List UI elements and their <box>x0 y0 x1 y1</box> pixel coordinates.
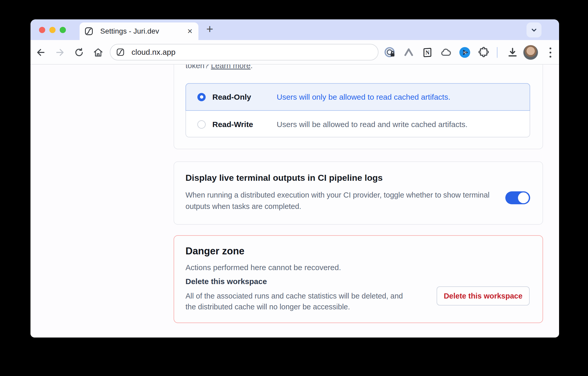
danger-zone-card: Danger zone Actions performed here canno… <box>174 235 543 323</box>
home-icon <box>93 47 104 58</box>
token-scope-radio-group: Read-Only Users will only be allowed to … <box>185 83 530 137</box>
extensions-button[interactable] <box>477 46 490 59</box>
toolbar-divider <box>497 47 498 58</box>
radio-option-label: Read-Only <box>212 93 268 101</box>
radio-selected-icon[interactable] <box>197 93 206 101</box>
radio-option-label: Read-Write <box>212 120 268 129</box>
tab-favicon-nx-icon <box>84 27 94 36</box>
reload-button[interactable] <box>73 46 85 59</box>
danger-zone-title: Danger zone <box>185 246 244 257</box>
window-minimize-icon[interactable] <box>49 27 56 33</box>
back-icon <box>35 47 46 58</box>
danger-zone-subtitle: Actions performed here cannot be recover… <box>185 263 341 272</box>
svg-text:IQ: IQ <box>463 51 466 54</box>
browser-tab[interactable]: Settings - Juri.dev ✕ <box>80 22 198 40</box>
mountain-vpn-icon <box>403 46 415 58</box>
home-button[interactable] <box>92 46 104 59</box>
token-help-text: token? Learn more. <box>185 65 253 71</box>
extensions-puzzle-icon <box>477 46 490 59</box>
downloads-button[interactable] <box>506 46 519 59</box>
svg-text:N: N <box>425 49 430 56</box>
toggle-knob <box>518 192 529 203</box>
notion-extension-button[interactable]: N <box>421 46 434 59</box>
browser-menu-button[interactable] <box>544 46 556 59</box>
play-iq-extension-button[interactable]: IQ <box>458 46 471 59</box>
address-bar[interactable]: cloud.nx.app <box>110 44 378 60</box>
onepassword-icon <box>383 46 396 59</box>
tab-search-button[interactable] <box>527 22 541 37</box>
vpn-extension-button[interactable] <box>402 46 415 59</box>
window-close-icon[interactable] <box>39 27 45 33</box>
reload-icon <box>74 47 84 58</box>
forward-icon <box>55 47 65 58</box>
terminal-output-card: Display live terminal outputs in CI pipe… <box>174 161 543 225</box>
radio-unselected-icon[interactable] <box>197 120 206 129</box>
tab-close-icon[interactable]: ✕ <box>187 27 193 36</box>
terminal-card-description: When running a distributed execution wit… <box>185 189 498 212</box>
cloud-extension-button[interactable] <box>439 46 453 59</box>
settings-page: token? Learn more. Read-Only Users will … <box>174 65 543 337</box>
profile-avatar[interactable] <box>523 45 538 60</box>
new-tab-button[interactable]: + <box>202 21 218 37</box>
browser-window: Settings - Juri.dev ✕ + <box>30 19 559 338</box>
notion-icon: N <box>421 46 433 58</box>
window-controls <box>39 27 66 33</box>
delete-workspace-title: Delete this workspace <box>185 277 267 286</box>
tab-title: Settings - Juri.dev <box>100 27 159 35</box>
tab-strip: Settings - Juri.dev ✕ + <box>30 19 559 40</box>
kebab-menu-icon <box>550 48 551 49</box>
site-nx-icon <box>116 48 125 57</box>
play-iq-icon: IQ <box>458 46 471 59</box>
radio-option-read-write[interactable]: Read-Write Users will be allowed to read… <box>186 111 530 138</box>
onepassword-extension-button[interactable] <box>383 46 397 59</box>
terminal-output-toggle[interactable] <box>505 191 530 204</box>
browser-toolbar: cloud.nx.app N <box>30 40 559 65</box>
delete-workspace-description: All of the associated runs and cache sta… <box>185 291 413 312</box>
back-button[interactable] <box>35 46 47 59</box>
page-viewport: token? Learn more. Read-Only Users will … <box>30 65 559 337</box>
window-zoom-icon[interactable] <box>60 27 66 33</box>
cloud-sync-icon <box>440 46 452 59</box>
chevron-down-icon <box>530 26 538 34</box>
radio-option-description: Users will be allowed to read and write … <box>277 120 468 129</box>
download-icon <box>507 46 519 58</box>
forward-button[interactable] <box>54 46 66 59</box>
terminal-card-title: Display live terminal outputs in CI pipe… <box>185 173 383 183</box>
radio-option-description: Users will only be allowed to read cache… <box>277 93 450 101</box>
access-token-card: token? Learn more. Read-Only Users will … <box>174 65 543 149</box>
radio-option-read-only[interactable]: Read-Only Users will only be allowed to … <box>185 83 530 111</box>
learn-more-link[interactable]: Learn more <box>211 65 250 70</box>
url-text: cloud.nx.app <box>131 48 175 57</box>
delete-workspace-button[interactable]: Delete this workspace <box>437 286 530 306</box>
